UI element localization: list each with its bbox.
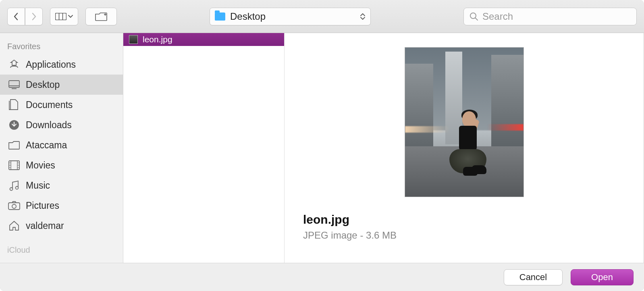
preview-filename: leon.jpg — [303, 213, 349, 227]
cancel-label: Cancel — [519, 272, 547, 283]
sidebar-item-label: Downloads — [26, 120, 72, 131]
file-row[interactable]: leon.jpg — [123, 33, 284, 46]
sidebar-item-valdemar[interactable]: valdemar — [0, 216, 123, 236]
home-icon — [8, 220, 20, 232]
toolbar: Desktop — [0, 0, 644, 33]
sidebar-item-desktop[interactable]: Desktop — [0, 75, 123, 95]
sidebar-item-documents[interactable]: Documents — [0, 95, 123, 115]
movies-icon — [8, 159, 20, 171]
folder-plus-icon — [95, 12, 107, 21]
chevron-down-icon — [68, 15, 73, 18]
music-icon — [8, 179, 20, 191]
preview-image — [405, 48, 524, 197]
search-field-wrap — [463, 8, 637, 25]
svg-point-21 — [16, 187, 19, 189]
search-icon — [469, 12, 478, 21]
cancel-button[interactable]: Cancel — [504, 269, 563, 285]
sidebar-item-movies[interactable]: Movies — [0, 155, 123, 175]
svg-rect-7 — [9, 81, 19, 87]
preview-pane: leon.jpg JPEG image - 3.6 MB — [285, 33, 644, 263]
sidebar-item-label: Music — [26, 180, 50, 191]
folder-icon — [215, 12, 225, 21]
folder-icon — [8, 139, 20, 151]
open-button[interactable]: Open — [571, 269, 634, 285]
sidebar-item-label: Applications — [26, 59, 76, 70]
file-name: leon.jpg — [143, 35, 172, 44]
updown-icon — [360, 13, 366, 20]
file-list: leon.jpg — [123, 33, 285, 263]
sidebar: Favorites Applications Desktop Documents — [0, 33, 123, 263]
chevron-left-icon — [13, 12, 19, 21]
sidebar-item-applications[interactable]: Applications — [0, 54, 123, 75]
sidebar-section-favorites: Favorites — [0, 39, 123, 54]
svg-line-6 — [476, 18, 478, 20]
pictures-icon — [8, 200, 20, 212]
forward-button[interactable] — [25, 8, 43, 25]
sidebar-item-label: Desktop — [26, 79, 60, 90]
search-input[interactable] — [482, 11, 631, 22]
sidebar-item-music[interactable]: Music — [0, 175, 123, 195]
back-button[interactable] — [7, 8, 25, 25]
location-label: Desktop — [230, 11, 266, 22]
desktop-icon — [8, 79, 20, 91]
sidebar-item-label: Pictures — [26, 200, 59, 211]
open-label: Open — [591, 272, 613, 283]
dialog-footer: Cancel Open — [0, 263, 644, 291]
sidebar-item-label: Ataccama — [26, 140, 67, 151]
apps-icon — [8, 58, 20, 71]
downloads-icon — [8, 119, 20, 131]
svg-point-20 — [10, 188, 13, 191]
nav-buttons — [7, 8, 43, 25]
svg-point-23 — [12, 204, 16, 208]
open-dialog: Desktop Favorites Applications — [0, 0, 644, 291]
location-dropdown[interactable]: Desktop — [210, 8, 371, 25]
columns-icon — [55, 13, 66, 20]
sidebar-item-downloads[interactable]: Downloads — [0, 115, 123, 135]
svg-rect-0 — [56, 13, 66, 20]
chevron-right-icon — [31, 12, 37, 21]
sidebar-item-ataccama[interactable]: Ataccama — [0, 135, 123, 155]
sidebar-item-label: Movies — [26, 160, 55, 171]
sidebar-item-label: valdemar — [26, 220, 64, 231]
sidebar-item-label: Documents — [26, 100, 73, 110]
sidebar-section-icloud: iCloud — [0, 243, 123, 258]
documents-icon — [8, 99, 20, 111]
preview-subtitle: JPEG image - 3.6 MB — [303, 230, 397, 241]
view-mode-button[interactable] — [50, 8, 78, 25]
dialog-body: Favorites Applications Desktop Documents — [0, 33, 644, 263]
file-thumbnail-icon — [129, 35, 138, 44]
sidebar-item-pictures[interactable]: Pictures — [0, 195, 123, 216]
new-folder-button[interactable] — [85, 8, 117, 25]
